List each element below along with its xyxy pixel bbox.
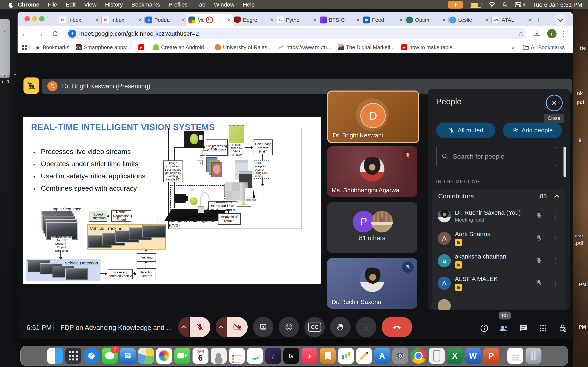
bookmark-create-android[interactable]: Create an Android...: [153, 44, 208, 50]
close-tab-icon[interactable]: ✕: [397, 17, 403, 23]
mic-permission-icon[interactable]: [68, 30, 76, 38]
zoom-window-button[interactable]: [39, 16, 44, 21]
menu-edit[interactable]: Edit: [66, 1, 76, 8]
dock-messages[interactable]: 7: [102, 348, 118, 364]
close-tab-icon[interactable]: ✕: [484, 17, 489, 23]
chat-icon[interactable]: [517, 322, 530, 335]
participant-row[interactable]: Dr. Ruchir Saxena (You) Meeting host ⋮: [432, 205, 566, 227]
raise-hand-button[interactable]: [330, 317, 351, 337]
bookmark-bookmarks[interactable]: ★Bookmarks: [35, 44, 69, 51]
menu-window[interactable]: Window: [214, 1, 234, 8]
close-tab-icon[interactable]: ✕: [268, 17, 274, 23]
tile-ruchir-saxena[interactable]: Dr. Ruchir Saxena: [327, 258, 417, 309]
dock-facetime[interactable]: [174, 348, 190, 364]
dock-word[interactable]: W: [465, 348, 481, 364]
host-controls-icon[interactable]: [556, 322, 569, 335]
participant-menu-icon[interactable]: ⋮: [552, 212, 559, 220]
background-window-sliver[interactable]: ‹: [0, 19, 10, 78]
end-call-button[interactable]: [381, 317, 412, 337]
camera-toggle-button[interactable]: [227, 317, 248, 337]
menu-view[interactable]: View: [84, 1, 96, 8]
participant-menu-icon[interactable]: ⋮: [552, 234, 559, 242]
dock-freeform[interactable]: [247, 348, 263, 364]
present-button[interactable]: [253, 317, 273, 337]
menu-file[interactable]: File: [48, 1, 57, 8]
tab-inbox-2[interactable]: M Inbox ✕: [100, 14, 144, 26]
dock-numbers[interactable]: [338, 348, 354, 364]
add-people-button[interactable]: Add people: [503, 123, 562, 138]
dock-maps[interactable]: [138, 348, 154, 364]
bookmark-star-icon[interactable]: ☆: [518, 29, 524, 38]
people-search-input[interactable]: [452, 152, 543, 160]
captions-button[interactable]: CC: [304, 317, 325, 337]
participant-row[interactable]: A ALSIFA MALEK ⋮: [432, 272, 566, 294]
tile-shubhangini-agarwal[interactable]: Ms. Shubhangini Agarwal: [327, 146, 417, 197]
dock-photos[interactable]: [156, 348, 172, 364]
close-tab-icon[interactable]: ✕: [137, 17, 142, 23]
close-tab-icon[interactable]: ✕: [311, 17, 317, 23]
menu-history[interactable]: History: [105, 1, 123, 8]
dock-music[interactable]: ♪: [302, 348, 318, 364]
participant-row-partial[interactable]: [432, 294, 566, 310]
spotlight-search-icon[interactable]: [502, 2, 508, 8]
tab-linkedin-feed[interactable]: in Feed ✕: [361, 14, 405, 26]
apple-menu-icon[interactable]: [8, 2, 13, 8]
menu-help[interactable]: Help: [243, 1, 255, 8]
bookmark-digital-marketing[interactable]: The Digital Marketi...: [338, 44, 394, 50]
bookmark-how-to-table[interactable]: ▶how to make table...: [401, 44, 457, 50]
close-panel-button[interactable]: ✕: [546, 95, 563, 111]
contributors-header[interactable]: Contributors 85: [432, 189, 566, 203]
new-tab-button[interactable]: +: [533, 15, 544, 25]
participant-row[interactable]: a akanksha chauhan ⋮: [432, 250, 566, 272]
bookmark-mutual-fund[interactable]: https://www.mutu...: [278, 44, 331, 50]
dock-contacts[interactable]: [211, 348, 227, 364]
dock-books[interactable]: [320, 348, 336, 364]
chrome-menu-icon[interactable]: ⋮: [560, 29, 568, 38]
mic-toggle-button[interactable]: [190, 317, 210, 337]
dock-settings[interactable]: ⚙: [392, 348, 408, 364]
participant-row[interactable]: A Aarti Sharma ⋮: [432, 227, 566, 250]
dock-pencil-app[interactable]: [356, 348, 372, 364]
forward-button[interactable]: →: [36, 29, 44, 38]
menu-tab[interactable]: Tab: [196, 1, 205, 8]
dock-powerpoint[interactable]: P: [483, 348, 499, 364]
bookmark-university[interactable]: University of Rajas...: [215, 44, 272, 50]
bookmarks-overflow-icon[interactable]: »: [511, 44, 515, 51]
menu-bookmarks[interactable]: Bookmarks: [131, 1, 160, 8]
close-tab-icon[interactable]: ✕: [226, 17, 231, 23]
tab-degree[interactable]: Degre ✕: [232, 14, 276, 26]
control-center-icon[interactable]: [515, 2, 521, 8]
collapse-chevron-icon[interactable]: [554, 194, 559, 200]
tab-bfs[interactable]: BFS G ✕: [318, 14, 362, 26]
mic-in-use-indicator[interactable]: [448, 1, 463, 8]
close-window-button[interactable]: [25, 16, 30, 21]
dock-mail[interactable]: ✉: [120, 348, 136, 364]
close-tab-icon[interactable]: ✕: [94, 17, 99, 23]
download-icon[interactable]: [533, 30, 541, 38]
people-panel-icon[interactable]: [497, 322, 510, 335]
dock-trash[interactable]: [526, 348, 541, 364]
activities-icon[interactable]: [536, 322, 550, 335]
dock-iphone-mirroring[interactable]: [429, 348, 445, 364]
tab-optimize[interactable]: Optim ✕: [404, 14, 448, 26]
tab-leslie[interactable]: Leslie ✕: [447, 14, 491, 26]
reactions-button[interactable]: [279, 317, 299, 337]
minimize-window-button[interactable]: [32, 16, 37, 21]
people-search[interactable]: [436, 147, 556, 166]
close-tab-icon[interactable]: ✕: [440, 17, 446, 23]
panel-scrollbar[interactable]: [563, 147, 566, 177]
menu-chrome[interactable]: Chrome: [18, 1, 39, 8]
tab-python[interactable]: G Pytho ✕: [275, 14, 319, 26]
all-muted-button[interactable]: All muted: [436, 123, 495, 138]
wifi-icon[interactable]: [488, 2, 495, 7]
back-button[interactable]: ←: [21, 29, 29, 38]
participant-menu-icon[interactable]: ⋮: [552, 279, 559, 287]
meeting-details-icon[interactable]: [478, 322, 491, 335]
tab-search-button[interactable]: [554, 14, 566, 26]
url-text[interactable]: meet.google.com/gdk-nhoo-kcz?authuser=2: [79, 30, 199, 37]
menu-clock[interactable]: Tue 6 Jan 6:51 PM: [532, 1, 582, 8]
close-tab-icon[interactable]: ✕: [527, 17, 532, 23]
mic-options-chevron[interactable]: [178, 317, 189, 337]
tile-bright-keswani[interactable]: D Dr. Bright Keswani: [327, 91, 419, 143]
camera-options-chevron[interactable]: [216, 317, 227, 337]
